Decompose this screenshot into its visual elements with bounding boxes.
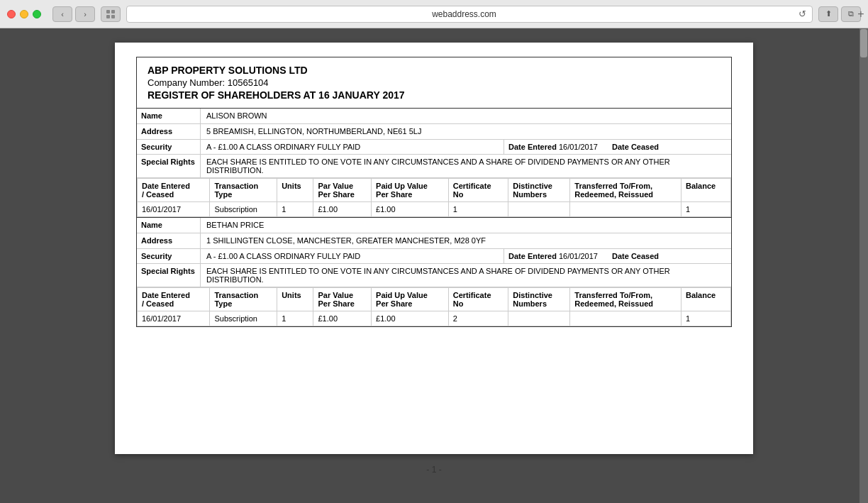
traffic-lights: [7, 10, 41, 18]
col-date-1: Date Entered/ Ceased: [138, 179, 210, 202]
browser-toolbar: ‹ › webaddress.com ↺ ⬆ ⧉ +: [0, 0, 868, 28]
address-label-1: Address: [137, 124, 201, 139]
cell-transferred-2-1: [570, 311, 681, 326]
security-row-1: Security A - £1.00 A CLASS ORDINARY FULL…: [137, 140, 731, 155]
col-units-1: Units: [277, 179, 313, 202]
cell-paidup-2-1: £1.00: [372, 311, 449, 326]
table-header-row-2: Date Entered/ Ceased TransactionType Uni…: [138, 288, 731, 311]
cell-date-1-1: 16/01/2017: [138, 202, 210, 217]
tab-icon[interactable]: [101, 6, 121, 22]
page-number: - 1 -: [426, 465, 441, 475]
address-label-2: Address: [137, 233, 201, 248]
shares-table-2: Date Entered/ Ceased TransactionType Uni…: [137, 287, 731, 326]
col-cert-2: CertificateNo: [448, 288, 508, 311]
security-dates-2: Date Entered 16/01/2017 Date Ceased: [504, 249, 731, 263]
address-row-1: Address 5 BREAMISH, ELLINGTON, NORTHUMBE…: [137, 124, 731, 140]
cell-paidup-1-1: £1.00: [372, 202, 449, 217]
scrollbar[interactable]: [859, 28, 868, 503]
col-par-1: Par ValuePer Share: [313, 179, 372, 202]
company-name: ABP PROPERTY SOLUTIONS LTD: [148, 65, 720, 76]
address-value-2: 1 SHILLINGTEN CLOSE, MANCHESTER, GREATER…: [201, 233, 731, 248]
special-rights-label-1: Special Rights: [137, 155, 201, 177]
close-button[interactable]: [7, 10, 16, 18]
col-distinctive-2: DistinctiveNumbers: [508, 288, 570, 311]
special-rights-value-2: EACH SHARE IS ENTITLED TO ONE VOTE IN AN…: [201, 264, 731, 287]
col-balance-1: Balance: [681, 179, 731, 202]
date-entered-value-2: 16/01/2017: [559, 252, 598, 260]
col-units-2: Units: [277, 288, 313, 311]
date-entered-label-1: Date Entered: [508, 143, 559, 151]
cell-distinctive-1-1: [508, 202, 570, 217]
name-row-2: Name BETHAN PRICE: [137, 218, 731, 233]
cell-date-2-1: 16/01/2017: [138, 311, 210, 326]
share-button[interactable]: ⬆: [818, 6, 838, 22]
new-tab-button[interactable]: +: [854, 6, 868, 22]
special-rights-row-2: Special Rights EACH SHARE IS ENTITLED TO…: [137, 264, 731, 287]
cell-distinctive-2-1: [508, 311, 570, 326]
cell-cert-1-1: 1: [448, 202, 508, 217]
name-label-1: Name: [137, 109, 201, 123]
browser-window: ‹ › webaddress.com ↺ ⬆ ⧉ +: [0, 0, 868, 503]
col-transferred-2: Transferred To/From,Redeemed, Reissued: [570, 288, 681, 311]
col-par-2: Par ValuePer Share: [313, 288, 372, 311]
scrollbar-thumb[interactable]: [860, 29, 867, 57]
cell-type-1-1: Subscription: [210, 202, 277, 217]
cell-type-2-1: Subscription: [210, 311, 277, 326]
company-number-label: Company Number:: [148, 77, 225, 88]
svg-rect-2: [106, 15, 110, 18]
register-title: REGISTER OF SHAREHOLDERS AT 16 JANUARY 2…: [148, 89, 720, 101]
shareholder-section-1: Name ALISON BROWN Address 5 BREAMISH, EL…: [136, 109, 732, 218]
back-button[interactable]: ‹: [52, 6, 72, 22]
col-type-2: TransactionType: [210, 288, 277, 311]
shares-table-1: Date Entered/ Ceased TransactionType Uni…: [137, 178, 731, 217]
date-ceased-label-2: Date Ceased: [612, 252, 659, 260]
page-area: ABP PROPERTY SOLUTIONS LTD Company Numbe…: [0, 28, 868, 503]
forward-button[interactable]: ›: [75, 6, 95, 22]
name-label-2: Name: [137, 218, 201, 233]
col-paidup-1: Paid Up ValuePer Share: [372, 179, 449, 202]
name-value-2: BETHAN PRICE: [201, 218, 731, 233]
special-rights-value-1: EACH SHARE IS ENTITLED TO ONE VOTE IN AN…: [201, 155, 731, 177]
address-bar[interactable]: webaddress.com ↺: [126, 6, 813, 23]
date-ceased-label-1: Date Ceased: [612, 143, 659, 151]
col-paidup-2: Paid Up ValuePer Share: [372, 288, 449, 311]
company-number-value: 10565104: [228, 77, 269, 88]
security-value-2: A - £1.00 A CLASS ORDINARY FULLY PAID: [201, 249, 504, 263]
col-cert-1: CertificateNo: [448, 179, 508, 202]
document-header: ABP PROPERTY SOLUTIONS LTD Company Numbe…: [136, 57, 732, 109]
special-rights-row-1: Special Rights EACH SHARE IS ENTITLED TO…: [137, 155, 731, 178]
name-row-1: Name ALISON BROWN: [137, 109, 731, 124]
col-date-2: Date Entered/ Ceased: [138, 288, 210, 311]
date-entered-value-1: 16/01/2017: [559, 143, 598, 151]
shareholder-section-2: Name BETHAN PRICE Address 1 SHILLINGTEN …: [136, 218, 732, 327]
col-transferred-1: Transferred To/From,Redeemed, Reissued: [570, 179, 681, 202]
security-dates-1: Date Entered 16/01/2017 Date Ceased: [504, 140, 731, 154]
cell-units-2-1: 1: [277, 311, 313, 326]
cell-balance-1-1: 1: [681, 202, 731, 217]
security-label-2: Security: [137, 249, 201, 263]
security-value-1: A - £1.00 A CLASS ORDINARY FULLY PAID: [201, 140, 504, 154]
col-type-1: TransactionType: [210, 179, 277, 202]
table-row: 16/01/2017 Subscription 1 £1.00 £1.00 2 …: [138, 311, 731, 326]
svg-rect-0: [106, 10, 110, 13]
cell-balance-2-1: 1: [681, 311, 731, 326]
date-entered-label-2: Date Entered: [508, 252, 559, 260]
document-content: ABP PROPERTY SOLUTIONS LTD Company Numbe…: [115, 43, 753, 341]
svg-rect-1: [111, 10, 115, 13]
cell-par-2-1: £1.00: [313, 311, 372, 326]
nav-buttons: ‹ ›: [52, 6, 95, 22]
table-row: 16/01/2017 Subscription 1 £1.00 £1.00 1 …: [138, 202, 731, 217]
col-distinctive-1: DistinctiveNumbers: [508, 179, 570, 202]
table-header-row-1: Date Entered/ Ceased TransactionType Uni…: [138, 179, 731, 202]
maximize-button[interactable]: [33, 10, 41, 18]
minimize-button[interactable]: [20, 10, 28, 18]
cell-par-1-1: £1.00: [313, 202, 372, 217]
address-value-1: 5 BREAMISH, ELLINGTON, NORTHUMBERLAND, N…: [201, 124, 731, 139]
url-text: webaddress.com: [133, 9, 796, 19]
name-value-1: ALISON BROWN: [201, 109, 731, 123]
company-number-line: Company Number: 10565104: [148, 77, 720, 88]
security-row-2: Security A - £1.00 A CLASS ORDINARY FULL…: [137, 249, 731, 264]
reload-button[interactable]: ↺: [799, 9, 806, 19]
special-rights-label-2: Special Rights: [137, 264, 201, 287]
document: ABP PROPERTY SOLUTIONS LTD Company Numbe…: [115, 43, 753, 454]
